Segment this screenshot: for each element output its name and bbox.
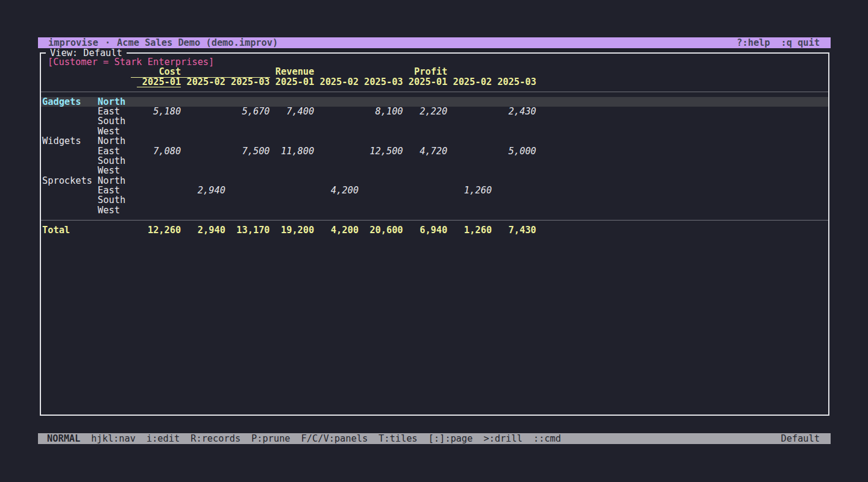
pivot-cell[interactable]: 1,260 [447,186,492,195]
title-separator-dot: · [105,37,110,48]
column-header[interactable]: 2025-02 [181,77,225,87]
total-cell: 12,260 [137,225,181,235]
view-title: View: Default [46,48,127,58]
pivot-cell[interactable]: 5,000 [492,146,536,156]
status-hint: T:tiles [379,433,417,444]
status-hint: P:prune [251,433,290,444]
pivot-cell[interactable]: 4,720 [403,146,448,156]
status-hint: R:records [190,433,241,444]
pivot-cell[interactable]: 7,400 [270,107,315,116]
tiles-bar: Tiles:[_Index ·][_Dim ·][_Measure Col][C… [38,423,831,433]
status-hint: hjkl:nav [91,433,136,444]
measure-header-row: Cost Revenue Profit [41,67,828,77]
measure-group-header-revenue[interactable]: Revenue [270,67,403,77]
column-header[interactable]: 2025-02 [314,77,359,87]
region-label: South [98,116,136,126]
separator-line [41,220,828,221]
pivot-row[interactable]: South [41,116,828,126]
region-label: West [98,205,136,215]
measure-group-header-profit[interactable]: Profit [403,67,536,77]
region-label: West [98,127,136,136]
pivot-cell[interactable]: 12,500 [359,146,403,156]
title-bar: improvise·Acme Sales Demo (demo.improv) … [38,37,831,48]
pivot-row[interactable]: GadgetsNorth [41,97,828,107]
region-label: East [98,107,136,116]
status-hint: F/C/V:panels [301,433,368,444]
pivot-cell[interactable]: 11,800 [270,146,315,156]
pivot-cell[interactable]: 4,200 [314,186,359,195]
pivot-row[interactable]: WidgetsNorth [41,136,828,146]
column-header[interactable]: 2025-03 [492,77,536,87]
header-separator [41,87,828,96]
total-cell: 4,200 [314,225,359,235]
region-label: East [98,186,136,195]
active-view-name: Default [781,433,820,444]
total-cell: 1,260 [447,225,492,235]
total-cell: 19,200 [270,225,315,235]
pivot-row[interactable]: East7,0807,50011,80012,5004,7205,000 [41,146,828,156]
app-name: improvise [48,37,98,48]
help-hint[interactable]: ?:help [737,37,770,48]
region-label: North [98,176,136,186]
separator-line [41,92,828,92]
quit-hint[interactable]: :q quit [781,37,820,48]
region-label: North [98,97,136,107]
total-cell: 6,940 [403,225,448,235]
total-separator [41,215,828,225]
column-header[interactable]: 2025-03 [225,77,270,87]
total-cell: 13,170 [225,225,270,235]
total-row: Total12,2602,94013,17019,2004,20020,6006… [41,225,828,235]
title-bar-left: improvise·Acme Sales Demo (demo.improv) [48,37,278,48]
pivot-row[interactable]: South [41,195,828,205]
pivot-cell[interactable]: 5,180 [137,107,181,116]
pivot-row[interactable]: East5,1805,6707,4008,1002,2202,430 [41,107,828,116]
region-label: West [98,166,136,175]
pivot-table: [Customer = Stark Enterprises] Cost Reve… [41,54,828,235]
pivot-row[interactable]: West [41,205,828,215]
total-cell: 2,940 [181,225,225,235]
total-cell: 7,430 [492,225,536,235]
pivot-row[interactable]: South [41,156,828,166]
pivot-cell[interactable]: 2,220 [403,107,448,116]
region-label: North [98,136,136,146]
mode-indicator: NORMAL [47,433,80,444]
pivot-cell[interactable]: 8,100 [359,107,403,116]
pivot-cell[interactable]: 7,500 [225,146,270,156]
view-panel: View: Default [Customer = Stark Enterpri… [40,52,829,416]
pivot-cell[interactable]: 7,080 [137,146,181,156]
total-label: Total [42,225,137,235]
column-header[interactable]: 2025-01 [270,77,315,87]
document-title: Acme Sales Demo (demo.improv) [117,37,278,48]
column-header[interactable]: 2025-01 [403,77,448,87]
pivot-row[interactable]: West [41,166,828,175]
product-label: Gadgets [42,97,98,107]
total-cell: 20,600 [359,225,403,235]
pivot-cell[interactable]: 2,430 [492,107,536,116]
product-label: Sprockets [42,176,98,186]
status-hint: [:]:page [429,433,473,444]
status-hint: >:drill [483,433,522,444]
pivot-cell[interactable]: 5,670 [225,107,270,116]
keybinding-hints: hjkl:navi:editR:recordsP:pruneF/C/V:pane… [91,433,572,444]
column-header[interactable]: 2025-02 [447,77,492,87]
column-header[interactable]: 2025-01 [137,77,181,87]
region-label: South [98,156,136,166]
pivot-row[interactable]: East2,9404,2001,260 [41,186,828,195]
product-label: Widgets [42,136,98,146]
pivot-rows: GadgetsNorthEast5,1805,6707,4008,1002,22… [41,97,828,216]
pivot-row[interactable]: West [41,127,828,136]
region-label: East [98,146,136,156]
status-hint: i:edit [146,433,180,444]
region-label: South [98,195,136,205]
column-header-row: 2025-012025-022025-032025-012025-022025-… [41,77,828,87]
title-bar-right: ?:help:q quit [726,37,820,48]
pivot-cell[interactable]: 2,940 [181,186,225,195]
pivot-row[interactable]: SprocketsNorth [41,176,828,186]
status-hint: ::cmd [533,433,561,444]
status-bar: NORMALhjkl:navi:editR:recordsP:pruneF/C/… [38,433,831,444]
column-header[interactable]: 2025-03 [359,77,403,87]
